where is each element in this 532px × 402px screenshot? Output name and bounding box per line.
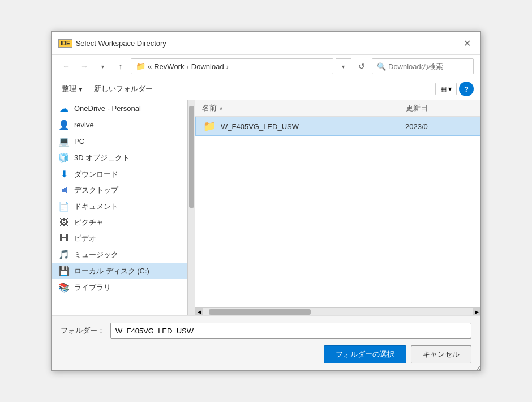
path-bar: 📁 « RevWork › Download ›	[131, 58, 333, 74]
sidebar-item-pictures[interactable]: 🖼ピクチャ	[52, 215, 187, 230]
close-button[interactable]: ✕	[460, 36, 474, 50]
col-date-label: 更新日	[406, 103, 474, 113]
library-icon: 📚	[58, 282, 70, 293]
select-folder-button[interactable]: フォルダーの選択	[324, 345, 406, 363]
navigation-toolbar: ← → ▾ ↑ 📁 « RevWork › Download › ▾ ↺ 🔍	[52, 55, 480, 78]
col-name-label: 名前	[202, 103, 217, 113]
path-dropdown-button[interactable]: ▾	[336, 58, 351, 74]
sidebar-item-localdisk[interactable]: 💾ローカル ディスク (C:)	[52, 263, 187, 279]
organize-arrow: ▾	[79, 85, 83, 93]
file-item-w_f405vg[interactable]: 📁W_F405VG_LED_USW2023/0	[195, 117, 480, 136]
organize-label: 整理	[62, 84, 76, 94]
path-arrow2: ›	[226, 62, 229, 71]
3dobjects-label: 3D オブジェクト	[74, 153, 130, 163]
organize-button[interactable]: 整理 ▾	[58, 82, 86, 96]
resize-handle[interactable]	[475, 365, 480, 370]
videos-icon: 🎞	[58, 233, 70, 243]
file-list-header: 名前 ∧ 更新日	[195, 100, 480, 117]
title-bar: IDE Select Workspace Directory ✕	[52, 32, 480, 55]
onedrive-icon: ☁	[58, 103, 70, 114]
downloads-icon: ⬇	[58, 169, 70, 179]
sidebar-item-pc[interactable]: 💻PC	[52, 133, 187, 149]
documents-label: ドキュメント	[74, 202, 118, 212]
sidebar-scrollbar[interactable]	[187, 100, 195, 315]
downloads-label: ダウンロード	[74, 169, 118, 179]
search-icon: 🔍	[377, 62, 386, 71]
dialog-title: Select Workspace Directory	[76, 39, 166, 48]
up-button[interactable]: ↑	[113, 58, 128, 74]
forward-button[interactable]: →	[76, 58, 92, 74]
revive-icon: 👤	[58, 119, 70, 130]
sidebar-item-music[interactable]: 🎵ミュージック	[52, 246, 187, 263]
sidebar-scrollbar-thumb	[189, 106, 194, 208]
music-label: ミュージック	[74, 250, 118, 260]
revive-label: revive	[74, 121, 94, 129]
h-scroll-right-button[interactable]: ▶	[473, 308, 480, 316]
path-part2: Download	[191, 62, 224, 71]
desktop-label: デスクトップ	[74, 185, 118, 195]
back-button[interactable]: ←	[58, 58, 74, 74]
search-bar: 🔍	[372, 58, 474, 74]
search-input[interactable]	[388, 62, 469, 71]
sidebar-item-revive[interactable]: 👤revive	[52, 117, 187, 133]
w_f405vg-name: W_F405VG_LED_USW	[221, 122, 401, 131]
localdisk-icon: 💾	[58, 266, 70, 276]
file-list: 📁W_F405VG_LED_USW2023/0	[195, 117, 480, 307]
h-scroll-thumb	[209, 309, 311, 315]
music-icon: 🎵	[58, 249, 70, 260]
localdisk-label: ローカル ディスク (C:)	[74, 266, 149, 276]
videos-label: ビデオ	[74, 233, 96, 243]
view-icon: ▦	[440, 85, 447, 93]
folder-input[interactable]	[110, 323, 471, 339]
dropdown-button[interactable]: ▾	[95, 58, 110, 74]
h-scroll-track	[203, 308, 473, 315]
new-folder-label: 新しいフォルダー	[94, 84, 153, 94]
folder-label: フォルダー：	[61, 326, 105, 336]
w_f405vg-date: 2023/0	[405, 122, 473, 131]
path-separator: «	[148, 62, 152, 71]
path-arrow1: ›	[186, 62, 188, 71]
col-sort-arrow: ∧	[219, 105, 223, 112]
action-bar: 整理 ▾ 新しいフォルダー ▦ ▾ ?	[52, 78, 480, 100]
sidebar-item-3dobjects[interactable]: 🧊3D オブジェクト	[52, 149, 187, 166]
sidebar-item-library[interactable]: 📚ライブラリ	[52, 279, 187, 296]
sidebar-item-onedrive[interactable]: ☁OneDrive - Personal	[52, 100, 187, 117]
help-button[interactable]: ?	[459, 82, 474, 96]
sidebar-item-documents[interactable]: 📄ドキュメント	[52, 198, 187, 215]
footer: フォルダー： フォルダーの選択 キャンセル	[52, 315, 480, 370]
refresh-button[interactable]: ↺	[354, 58, 370, 74]
main-panel: 名前 ∧ 更新日 📁W_F405VG_LED_USW2023/0 ◀ ▶	[195, 100, 480, 315]
path-folder-icon: 📁	[136, 62, 145, 71]
view-arrow: ▾	[448, 85, 452, 93]
cancel-button[interactable]: キャンセル	[411, 345, 471, 363]
horizontal-scrollbar[interactable]: ◀ ▶	[195, 307, 480, 315]
new-folder-button[interactable]: 新しいフォルダー	[91, 82, 156, 96]
onedrive-label: OneDrive - Personal	[74, 104, 141, 113]
sidebar-item-videos[interactable]: 🎞ビデオ	[52, 230, 187, 246]
pc-label: PC	[74, 137, 84, 146]
w_f405vg-icon: 📁	[203, 120, 216, 132]
documents-icon: 📄	[58, 201, 70, 212]
library-label: ライブラリ	[74, 283, 111, 293]
ide-badge: IDE	[58, 39, 72, 48]
content-area: ☁OneDrive - Personal👤revive💻PC🧊3D オブジェクト…	[52, 100, 480, 315]
h-scroll-left-button[interactable]: ◀	[195, 308, 203, 316]
pictures-label: ピクチャ	[74, 217, 104, 228]
sidebar: ☁OneDrive - Personal👤revive💻PC🧊3D オブジェクト…	[52, 100, 187, 315]
view-button[interactable]: ▦ ▾	[435, 83, 457, 95]
pictures-icon: 🖼	[58, 217, 70, 228]
desktop-icon: 🖥	[58, 185, 70, 195]
pc-icon: 💻	[58, 136, 70, 147]
3dobjects-icon: 🧊	[58, 152, 70, 163]
path-part1: RevWork	[154, 62, 184, 71]
sidebar-item-desktop[interactable]: 🖥デスクトップ	[52, 182, 187, 198]
sidebar-item-downloads[interactable]: ⬇ダウンロード	[52, 166, 187, 182]
